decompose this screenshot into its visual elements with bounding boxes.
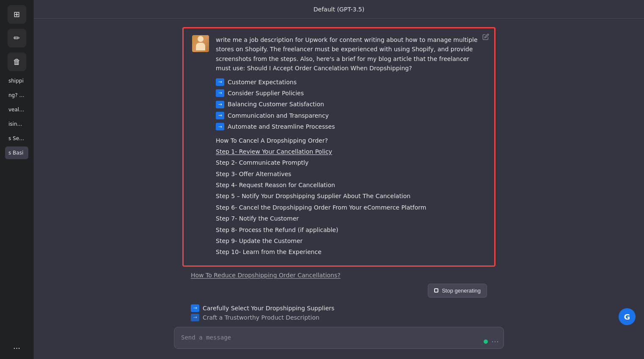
sidebar-item-label-6: s Basi — [8, 150, 23, 156]
bullet-item-3: Balancing Customer Satisfaction — [216, 99, 486, 109]
partial-bullet-icon-1 — [191, 304, 199, 312]
step-item-8: Step 8- Process the Refund (if applicabl… — [216, 225, 486, 235]
bullet-icon-2 — [216, 89, 224, 97]
bullet-label-2: Consider Supplier Policies — [228, 88, 304, 98]
step-item-6: Step 6- Cancel the Dropshipping Order Fr… — [216, 203, 486, 212]
right-avatar-letter: G — [624, 312, 630, 321]
status-dot — [484, 340, 488, 344]
sidebar-item-label-4: isiness — [8, 121, 25, 127]
bullet-item-1: Customer Expectations — [216, 77, 486, 87]
step-item-7: Step 7- Notify the Customer — [216, 214, 486, 223]
sidebar-item-2[interactable]: ng? Po — [5, 89, 28, 102]
step-item-2: Step 2- Communicate Promptly — [216, 158, 486, 167]
avatar-image — [192, 35, 209, 52]
sidebar-nav: shippi ng? Po vealed isiness s Setup s B… — [0, 75, 33, 159]
step-item-10: Step 10- Learn from the Experience — [216, 247, 486, 257]
step-item-9: Step 9- Update the Customer — [216, 236, 486, 246]
bullet-label-3: Balancing Customer Satisfaction — [228, 99, 324, 109]
more-options-button[interactable]: ⋯ — [491, 338, 499, 345]
partial-bullets: Carefully Select Your Dropshipping Suppl… — [191, 301, 487, 322]
section-heading: How To Cancel A Dropshipping Order? — [216, 136, 486, 145]
edit-button[interactable]: ✏ — [8, 29, 26, 47]
sidebar-item-label-3: vealed — [8, 107, 25, 113]
message-input[interactable] — [174, 327, 504, 349]
bullet-item-2: Consider Supplier Policies — [216, 88, 486, 98]
step-item-1: Step 1- Review Your Cancellation Policy — [216, 147, 486, 156]
partial-bullet-label-1: Carefully Select Your Dropshipping Suppl… — [203, 305, 334, 312]
partial-bullet-1: Carefully Select Your Dropshipping Suppl… — [191, 304, 487, 312]
avatar-body — [196, 43, 205, 50]
message-text: write me a job description for Upwork fo… — [216, 35, 486, 73]
stop-generating-button[interactable]: Stop generating — [428, 284, 487, 298]
right-user-avatar[interactable]: G — [619, 308, 636, 325]
sidebar-item-6[interactable]: s Basi — [5, 146, 28, 159]
sidebar-item-label-1: shippi — [8, 78, 24, 84]
input-area: ⋯ — [34, 322, 644, 359]
bullet-icon-1 — [216, 78, 224, 86]
partial-bullet-2: Craft a Trustworthy Product Description — [191, 314, 487, 321]
avatar-person — [195, 36, 206, 51]
step-item-3: Step 3- Offer Alternatives — [216, 169, 486, 179]
bullet-label-1: Customer Expectations — [228, 77, 297, 87]
message-content: write me a job description for Upwork fo… — [216, 35, 486, 259]
sidebar-item-label-5: s Setup — [8, 135, 25, 141]
input-wrapper: ⋯ — [174, 327, 504, 351]
bullet-label-4: Communication and Transparency — [228, 111, 329, 120]
sidebar-item-label-2: ng? Po — [8, 92, 25, 98]
sidebar-top-buttons: ⊞ ✏ 🗑 — [0, 5, 33, 71]
stop-generating-label: Stop generating — [442, 287, 481, 294]
steps-list: Step 1- Review Your Cancellation Policy … — [216, 147, 486, 257]
bullet-icon-3 — [216, 101, 224, 108]
partial-bullet-label-2: Craft a Trustworthy Product Description — [203, 314, 319, 321]
sidebar-item-3[interactable]: vealed — [5, 103, 28, 116]
user-avatar — [192, 35, 209, 52]
partial-heading: How To Reduce Dropshipping Order Cancell… — [191, 268, 487, 279]
sidebar-toggle-button[interactable]: ⊞ — [8, 5, 26, 24]
stop-bar: Stop generating — [191, 280, 487, 301]
sidebar-item-1[interactable]: shippi — [5, 75, 28, 87]
user-message: write me a job description for Upwork fo… — [182, 27, 495, 267]
chat-title: Default (GPT-3.5) — [314, 6, 364, 13]
sidebar-more-dots[interactable]: ... — [13, 342, 20, 351]
step-item-5: Step 5 – Notify Your Dropshipping Suppli… — [216, 191, 486, 201]
sidebar-item-5[interactable]: s Setup — [5, 132, 28, 145]
sidebar-bottom: ... — [8, 338, 25, 354]
bullet-item-4: Communication and Transparency — [216, 111, 486, 120]
message-edit-icon[interactable] — [482, 33, 489, 42]
bullet-icon-4 — [216, 112, 224, 119]
main-panel: Default (GPT-3.5) — [34, 0, 644, 359]
partial-bullet-icon-2 — [191, 314, 199, 321]
sidebar-item-4[interactable]: isiness — [5, 118, 28, 130]
avatar-head — [198, 36, 204, 42]
sidebar: ⊞ ✏ 🗑 shippi ng? Po vealed isiness s Set… — [0, 0, 34, 359]
delete-button[interactable]: 🗑 — [8, 52, 26, 71]
step-item-4: Step 4- Request Reason for Cancellation — [216, 180, 486, 190]
message-container: write me a job description for Upwork fo… — [174, 27, 504, 322]
input-actions: ⋯ — [484, 338, 499, 345]
bullet-label-5: Automate and Streamline Processes — [228, 122, 335, 131]
chat-header: Default (GPT-3.5) — [34, 0, 644, 19]
stop-square-icon — [434, 288, 438, 293]
bullet-item-5: Automate and Streamline Processes — [216, 122, 486, 131]
below-message: How To Reduce Dropshipping Order Cancell… — [182, 268, 495, 322]
chat-area: write me a job description for Upwork fo… — [34, 19, 644, 322]
bullet-list: Customer Expectations Consider Supplier … — [216, 77, 486, 132]
bullet-icon-5 — [216, 123, 224, 130]
